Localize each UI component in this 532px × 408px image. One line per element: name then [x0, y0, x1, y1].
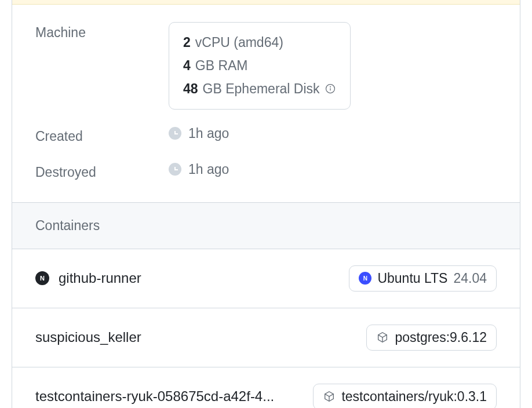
ram-label: GB RAM — [195, 56, 248, 75]
machine-label: Machine — [35, 22, 169, 42]
ram-count: 4 — [183, 56, 191, 75]
container-name: suspicious_keller — [35, 329, 141, 345]
tag-name: Ubuntu LTS — [377, 271, 447, 286]
container-tag: postgres:9.6.12 — [366, 325, 497, 351]
info-icon[interactable] — [325, 83, 336, 94]
notice-bar — [12, 0, 520, 5]
container-tag: testcontainers/ryuk:0.3.1 — [313, 384, 497, 408]
svg-point-2 — [330, 87, 330, 88]
tag-name: postgres:9.6.12 — [395, 330, 487, 345]
created-value: 1h ago — [188, 126, 229, 141]
container-name: testcontainers-ryuk-058675cd-a42f-4... — [35, 388, 274, 405]
cpu-label: vCPU (amd64) — [195, 33, 283, 52]
created-label: Created — [35, 126, 169, 145]
cpu-count: 2 — [183, 33, 191, 52]
machine-row: Machine 2 vCPU (amd64) 4 GB RAM 48 GB Ep… — [35, 22, 497, 110]
destroyed-label: Destroyed — [35, 162, 169, 181]
machine-disk: 48 GB Ephemeral Disk — [183, 79, 336, 98]
created-row: Created 1h ago — [35, 126, 497, 145]
machine-specs-box: 2 vCPU (amd64) 4 GB RAM 48 GB Ephemeral … — [169, 22, 351, 110]
machine-ram: 4 GB RAM — [183, 56, 336, 75]
disk-count: 48 — [183, 79, 198, 98]
clock-icon — [169, 127, 181, 140]
cube-icon — [376, 331, 389, 344]
machine-cpu: 2 vCPU (amd64) — [183, 33, 336, 52]
tag-version: 24.04 — [453, 271, 487, 286]
clock-icon — [169, 163, 181, 176]
destroyed-row: Destroyed 1h ago — [35, 162, 497, 181]
runner-icon: N — [35, 271, 49, 285]
machine-details: Machine 2 vCPU (amd64) 4 GB RAM 48 GB Ep… — [12, 5, 520, 202]
disk-label: GB Ephemeral Disk — [203, 79, 320, 98]
container-name: github-runner — [59, 270, 141, 286]
container-row[interactable]: suspicious_keller postgres:9.6.12 — [12, 308, 520, 367]
container-tag: N Ubuntu LTS 24.04 — [349, 265, 497, 292]
destroyed-value: 1h ago — [188, 162, 229, 177]
container-row[interactable]: testcontainers-ryuk-058675cd-a42f-4... t… — [12, 367, 520, 408]
container-row[interactable]: N github-runner N Ubuntu LTS 24.04 — [12, 249, 520, 308]
tag-name: testcontainers/ryuk:0.3.1 — [341, 389, 487, 405]
containers-header: Containers — [12, 202, 520, 249]
cube-icon — [323, 390, 336, 403]
ubuntu-icon: N — [359, 272, 371, 285]
